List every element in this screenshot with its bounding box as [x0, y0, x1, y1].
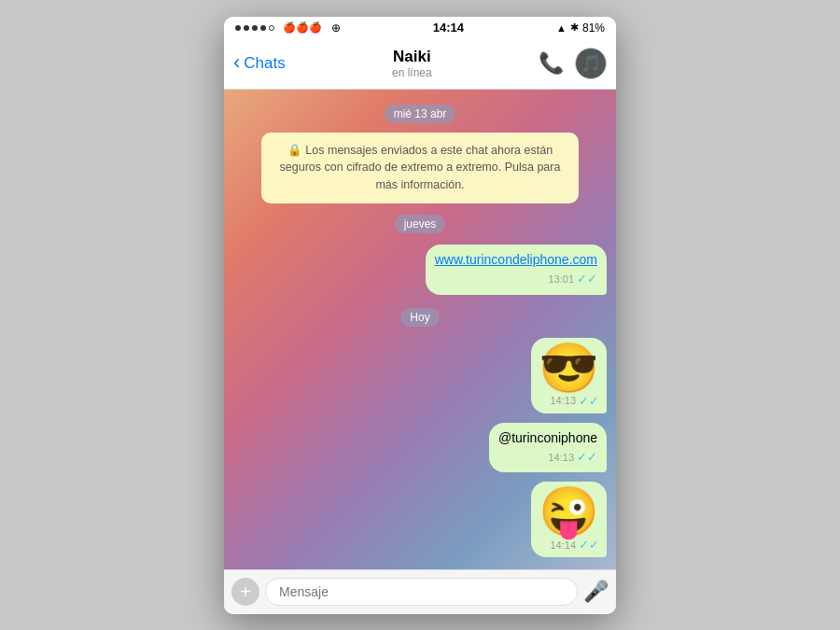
add-attachment-button[interactable]: + [231, 578, 259, 606]
message-row-emoji1: 😎 14:13 ✓✓ [233, 338, 607, 413]
date-badge-1: mié 13 abr [385, 105, 456, 123]
phone-frame: 🍎🍎🍎 ⊕ 14:14 ▲ ✱ 81% ‹ Chats Naiki en lín… [224, 17, 616, 614]
contact-status: en línea [392, 66, 432, 79]
signal-dot-1 [235, 25, 241, 31]
bluetooth-icon: ✱ [570, 21, 579, 34]
back-button[interactable]: ‹ Chats [233, 54, 286, 73]
signal-dot-2 [244, 25, 249, 31]
bubble-text: @turinconiphone 14:13 ✓✓ [489, 423, 607, 473]
emoji-1: 😎 [539, 343, 599, 392]
location-icon: ▲ [556, 22, 567, 34]
avatar-icon: 🎵 [581, 53, 601, 74]
msg2-time: 14:13 [548, 451, 574, 465]
check-marks-3: ✓✓ [579, 538, 599, 552]
date-badge-3: Hoy [400, 308, 439, 327]
msg3-time: 14:14 [550, 539, 576, 551]
check-marks-link: ✓✓ [577, 271, 597, 287]
date-badge-2: jueves [395, 215, 446, 233]
signal-dot-5 [269, 25, 274, 31]
status-bar: 🍎🍎🍎 ⊕ 14:14 ▲ ✱ 81% [224, 17, 616, 39]
wifi-icon: ⊕ [331, 21, 341, 35]
bubble-meta-3: 14:14 ✓✓ [550, 538, 599, 552]
bubble-link: www.turincondeliphone.com 13:01 ✓✓ [426, 245, 607, 295]
chat-content: mié 13 abr 🔒 Los mensajes enviados a est… [224, 90, 616, 569]
msg2-text: @turinconiphone [498, 430, 597, 445]
chevron-left-icon: ‹ [233, 52, 240, 73]
nav-bar: ‹ Chats Naiki en línea 📞 🎵 [224, 39, 616, 90]
status-left: 🍎🍎🍎 ⊕ [235, 21, 341, 35]
link-time: 13:01 [548, 273, 574, 287]
msg1-time: 14:13 [550, 395, 576, 406]
check-marks-1: ✓✓ [579, 394, 599, 408]
microphone-icon[interactable]: 🎤 [583, 580, 609, 604]
avatar[interactable]: 🎵 [575, 48, 607, 79]
back-label: Chats [244, 54, 285, 73]
security-notice[interactable]: 🔒 Los mensajes enviados a este chat ahor… [261, 133, 579, 203]
emoji-2: 😜 [539, 487, 599, 536]
check-marks-2: ✓✓ [577, 449, 597, 466]
message-row-link: www.turincondeliphone.com 13:01 ✓✓ [233, 245, 607, 295]
emoji-bubble-1: 😎 14:13 ✓✓ [531, 338, 607, 413]
message-input[interactable] [265, 578, 578, 606]
bubble-meta-1: 14:13 ✓✓ [550, 394, 599, 408]
input-bar: + 🎤 [224, 569, 616, 614]
bubble-meta-2: 14:13 ✓✓ [498, 449, 597, 466]
nav-actions: 📞 🎵 [539, 48, 607, 79]
link-text[interactable]: www.turincondeliphone.com [435, 252, 597, 267]
nav-center: Naiki en línea [392, 48, 432, 79]
contact-name: Naiki [393, 48, 431, 66]
bubble-meta-link: 13:01 ✓✓ [435, 271, 597, 287]
phone-icon[interactable]: 📞 [539, 51, 564, 76]
message-row-text: @turinconiphone 14:13 ✓✓ [233, 423, 607, 473]
battery-indicator: 81% [582, 21, 605, 35]
signal-dot-3 [252, 25, 258, 31]
status-time: 14:14 [433, 21, 464, 35]
chat-area[interactable]: mié 13 abr 🔒 Los mensajes enviados a est… [224, 90, 616, 569]
apple-icons: 🍎🍎🍎 [283, 21, 322, 34]
signal-dot-4 [260, 25, 266, 31]
message-row-emoji2: 😜 14:14 ✓✓ [233, 482, 607, 557]
status-right: ▲ ✱ 81% [556, 21, 605, 35]
emoji-bubble-2: 😜 14:14 ✓✓ [531, 482, 607, 557]
